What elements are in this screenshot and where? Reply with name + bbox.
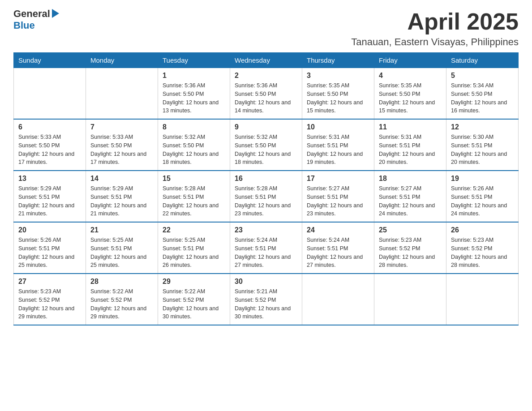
day-info: Sunrise: 5:23 AMSunset: 5:52 PMDaylight:… (451, 236, 514, 270)
day-info: Sunrise: 5:24 AMSunset: 5:51 PMDaylight:… (235, 236, 297, 270)
day-number: 27 (18, 278, 81, 286)
calendar-cell-w1d5: 3Sunrise: 5:35 AMSunset: 5:50 PMDaylight… (302, 68, 374, 120)
logo-general: General (13, 9, 50, 19)
header-tuesday: Tuesday (158, 53, 230, 68)
day-info: Sunrise: 5:36 AMSunset: 5:50 PMDaylight:… (235, 81, 297, 115)
logo: General Blue (13, 9, 59, 31)
day-info: Sunrise: 5:28 AMSunset: 5:51 PMDaylight:… (235, 184, 297, 218)
day-info: Sunrise: 5:32 AMSunset: 5:50 PMDaylight:… (235, 133, 297, 167)
day-info: Sunrise: 5:25 AMSunset: 5:51 PMDaylight:… (90, 236, 153, 270)
day-number: 4 (379, 72, 442, 80)
header-thursday: Thursday (302, 53, 374, 68)
header-row: Sunday Monday Tuesday Wednesday Thursday… (14, 53, 519, 68)
page-header: General Blue April 2025 Tanauan, Eastern… (13, 9, 519, 48)
day-number: 22 (163, 226, 225, 234)
calendar-week-1: 1Sunrise: 5:36 AMSunset: 5:50 PMDaylight… (14, 68, 519, 120)
calendar-cell-w4d7: 26Sunrise: 5:23 AMSunset: 5:52 PMDayligh… (446, 222, 519, 274)
day-number: 5 (451, 72, 514, 80)
day-number: 1 (163, 72, 225, 80)
day-number: 14 (90, 175, 153, 183)
calendar-cell-w5d6 (374, 274, 446, 325)
day-number: 21 (90, 226, 153, 234)
day-info: Sunrise: 5:35 AMSunset: 5:50 PMDaylight:… (379, 81, 442, 115)
calendar-subtitle: Tanauan, Eastern Visayas, Philippines (351, 36, 519, 48)
day-number: 6 (18, 123, 81, 131)
calendar-cell-w5d5 (302, 274, 374, 325)
day-info: Sunrise: 5:31 AMSunset: 5:51 PMDaylight:… (307, 133, 369, 167)
day-info: Sunrise: 5:34 AMSunset: 5:50 PMDaylight:… (451, 81, 514, 115)
day-info: Sunrise: 5:22 AMSunset: 5:52 PMDaylight:… (90, 287, 153, 321)
calendar-cell-w2d7: 12Sunrise: 5:30 AMSunset: 5:51 PMDayligh… (446, 119, 519, 171)
day-number: 9 (235, 123, 297, 131)
title-block: April 2025 Tanauan, Eastern Visayas, Phi… (351, 9, 519, 48)
day-info: Sunrise: 5:36 AMSunset: 5:50 PMDaylight:… (163, 81, 225, 115)
calendar-cell-w1d6: 4Sunrise: 5:35 AMSunset: 5:50 PMDaylight… (374, 68, 446, 120)
calendar-cell-w5d1: 27Sunrise: 5:23 AMSunset: 5:52 PMDayligh… (14, 274, 86, 325)
day-info: Sunrise: 5:27 AMSunset: 5:51 PMDaylight:… (379, 184, 442, 218)
calendar-header: Sunday Monday Tuesday Wednesday Thursday… (14, 53, 519, 68)
calendar-week-4: 20Sunrise: 5:26 AMSunset: 5:51 PMDayligh… (14, 222, 519, 274)
day-info: Sunrise: 5:22 AMSunset: 5:52 PMDaylight:… (163, 287, 225, 321)
day-number: 10 (307, 123, 369, 131)
calendar-cell-w4d5: 24Sunrise: 5:24 AMSunset: 5:51 PMDayligh… (302, 222, 374, 274)
calendar-body: 1Sunrise: 5:36 AMSunset: 5:50 PMDaylight… (14, 68, 519, 325)
header-wednesday: Wednesday (230, 53, 302, 68)
header-monday: Monday (86, 53, 158, 68)
day-number: 7 (90, 123, 153, 131)
calendar-cell-w1d2 (86, 68, 158, 120)
calendar-cell-w5d7 (446, 274, 519, 325)
calendar-cell-w5d2: 28Sunrise: 5:22 AMSunset: 5:52 PMDayligh… (86, 274, 158, 325)
calendar-cell-w3d6: 18Sunrise: 5:27 AMSunset: 5:51 PMDayligh… (374, 171, 446, 222)
calendar-cell-w3d7: 19Sunrise: 5:26 AMSunset: 5:51 PMDayligh… (446, 171, 519, 222)
calendar-cell-w1d1 (14, 68, 86, 120)
calendar-cell-w3d3: 15Sunrise: 5:28 AMSunset: 5:51 PMDayligh… (158, 171, 230, 222)
day-number: 23 (235, 226, 297, 234)
logo-blue: Blue (13, 20, 59, 31)
calendar-cell-w2d2: 7Sunrise: 5:33 AMSunset: 5:50 PMDaylight… (86, 119, 158, 171)
calendar-cell-w4d3: 22Sunrise: 5:25 AMSunset: 5:51 PMDayligh… (158, 222, 230, 274)
day-number: 30 (235, 278, 297, 286)
day-number: 17 (307, 175, 369, 183)
calendar-week-5: 27Sunrise: 5:23 AMSunset: 5:52 PMDayligh… (14, 274, 519, 325)
day-number: 13 (18, 175, 81, 183)
day-info: Sunrise: 5:32 AMSunset: 5:50 PMDaylight:… (163, 133, 225, 167)
day-info: Sunrise: 5:23 AMSunset: 5:52 PMDaylight:… (18, 287, 81, 321)
day-number: 25 (379, 226, 442, 234)
calendar-cell-w3d4: 16Sunrise: 5:28 AMSunset: 5:51 PMDayligh… (230, 171, 302, 222)
calendar-cell-w4d6: 25Sunrise: 5:23 AMSunset: 5:52 PMDayligh… (374, 222, 446, 274)
calendar-title: April 2025 (351, 9, 519, 34)
calendar-week-2: 6Sunrise: 5:33 AMSunset: 5:50 PMDaylight… (14, 119, 519, 171)
calendar-cell-w2d5: 10Sunrise: 5:31 AMSunset: 5:51 PMDayligh… (302, 119, 374, 171)
day-info: Sunrise: 5:33 AMSunset: 5:50 PMDaylight:… (18, 133, 81, 167)
day-info: Sunrise: 5:29 AMSunset: 5:51 PMDaylight:… (18, 184, 81, 218)
header-friday: Friday (374, 53, 446, 68)
day-number: 12 (451, 123, 514, 131)
calendar-cell-w4d2: 21Sunrise: 5:25 AMSunset: 5:51 PMDayligh… (86, 222, 158, 274)
calendar-cell-w2d3: 8Sunrise: 5:32 AMSunset: 5:50 PMDaylight… (158, 119, 230, 171)
calendar-cell-w3d5: 17Sunrise: 5:27 AMSunset: 5:51 PMDayligh… (302, 171, 374, 222)
day-info: Sunrise: 5:30 AMSunset: 5:51 PMDaylight:… (451, 133, 514, 167)
calendar-table: Sunday Monday Tuesday Wednesday Thursday… (13, 52, 519, 325)
calendar-week-3: 13Sunrise: 5:29 AMSunset: 5:51 PMDayligh… (14, 171, 519, 222)
day-info: Sunrise: 5:25 AMSunset: 5:51 PMDaylight:… (163, 236, 225, 270)
calendar-cell-w3d1: 13Sunrise: 5:29 AMSunset: 5:51 PMDayligh… (14, 171, 86, 222)
calendar-cell-w5d3: 29Sunrise: 5:22 AMSunset: 5:52 PMDayligh… (158, 274, 230, 325)
day-info: Sunrise: 5:35 AMSunset: 5:50 PMDaylight:… (307, 81, 369, 115)
calendar-cell-w3d2: 14Sunrise: 5:29 AMSunset: 5:51 PMDayligh… (86, 171, 158, 222)
day-number: 19 (451, 175, 514, 183)
day-info: Sunrise: 5:26 AMSunset: 5:51 PMDaylight:… (451, 184, 514, 218)
day-info: Sunrise: 5:24 AMSunset: 5:51 PMDaylight:… (307, 236, 369, 270)
day-info: Sunrise: 5:26 AMSunset: 5:51 PMDaylight:… (18, 236, 81, 270)
calendar-cell-w1d7: 5Sunrise: 5:34 AMSunset: 5:50 PMDaylight… (446, 68, 519, 120)
day-info: Sunrise: 5:28 AMSunset: 5:51 PMDaylight:… (163, 184, 225, 218)
calendar-cell-w1d3: 1Sunrise: 5:36 AMSunset: 5:50 PMDaylight… (158, 68, 230, 120)
day-number: 16 (235, 175, 297, 183)
day-number: 29 (163, 278, 225, 286)
calendar-cell-w4d1: 20Sunrise: 5:26 AMSunset: 5:51 PMDayligh… (14, 222, 86, 274)
day-info: Sunrise: 5:23 AMSunset: 5:52 PMDaylight:… (379, 236, 442, 270)
day-number: 18 (379, 175, 442, 183)
calendar-cell-w2d6: 11Sunrise: 5:31 AMSunset: 5:51 PMDayligh… (374, 119, 446, 171)
calendar-cell-w2d4: 9Sunrise: 5:32 AMSunset: 5:50 PMDaylight… (230, 119, 302, 171)
day-number: 28 (90, 278, 153, 286)
day-number: 3 (307, 72, 369, 80)
